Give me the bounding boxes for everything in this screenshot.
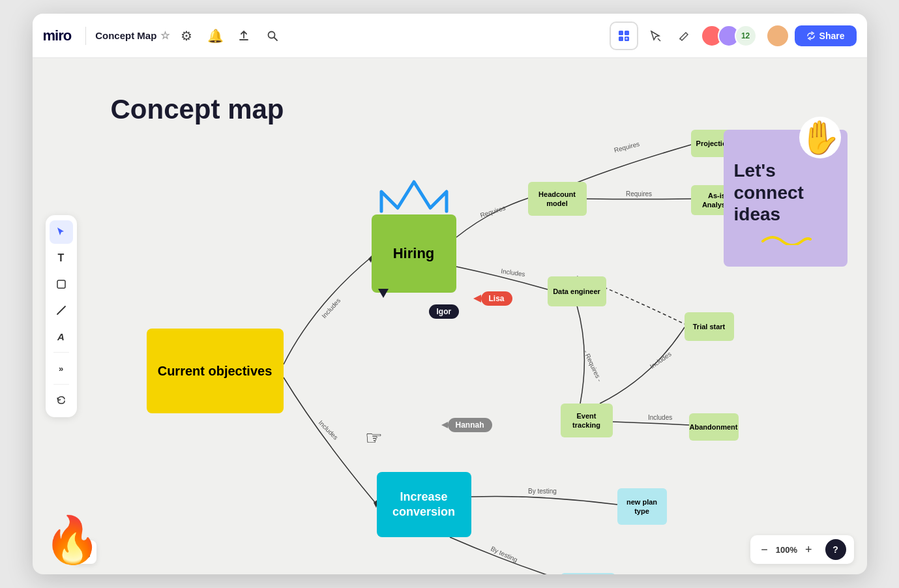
tool-separator <box>53 352 69 353</box>
canvas-area[interactable]: T A » Concept map <box>33 58 867 574</box>
svg-text:- Requires -: - Requires - <box>582 349 603 383</box>
svg-rect-7 <box>57 280 65 288</box>
settings-button[interactable]: ⚙ <box>175 24 198 48</box>
data-engineer-node[interactable]: Data engineer <box>548 276 606 306</box>
svg-text:By testing: By testing <box>528 488 557 495</box>
toolbar-divider <box>85 27 86 45</box>
pen-tool[interactable]: A <box>50 325 73 348</box>
app-window: miro Concept Map ☆ ⚙ 🔔 + <box>33 14 867 574</box>
svg-text:By testing: By testing <box>490 545 518 564</box>
board-title-text: Concept Map <box>95 30 156 41</box>
svg-line-8 <box>57 306 65 314</box>
svg-text:Includes: Includes <box>648 414 672 421</box>
cursor-hannah: Hannah <box>448 418 492 432</box>
svg-text:Requires: Requires <box>479 204 506 219</box>
zoom-level: 100% <box>776 545 797 555</box>
wave-emoji: ✋ <box>799 117 841 158</box>
svg-text:Includes: Includes <box>317 419 339 441</box>
toolbar-right: + 12 Share <box>610 22 857 50</box>
increase-conversion-node[interactable]: Increase conversion <box>377 472 471 537</box>
board-title: Concept Map ☆ <box>95 29 169 42</box>
svg-rect-1 <box>619 31 623 35</box>
share-button[interactable]: Share <box>795 25 857 46</box>
undo-button[interactable] <box>50 389 73 412</box>
star-icon[interactable]: ☆ <box>160 29 169 42</box>
connect-note-text: Let's connect ideas <box>734 160 837 226</box>
left-toolbar: T A » <box>46 215 77 417</box>
abandonment-node[interactable]: Abandonment <box>689 413 739 441</box>
squiggle-decoration <box>759 232 812 245</box>
hand-cursor: ☞ <box>365 426 383 449</box>
current-objectives-node[interactable]: Current objectives <box>147 329 284 413</box>
event-tracking-node[interactable]: Event tracking <box>561 404 613 437</box>
share-label: Share <box>819 31 845 41</box>
zoom-out-button[interactable]: − <box>758 543 771 557</box>
svg-rect-2 <box>625 31 629 35</box>
avatar-count: 12 <box>735 25 757 47</box>
svg-rect-3 <box>619 37 623 41</box>
svg-text:Requires: Requires <box>613 140 640 154</box>
cursor-igor: Igor <box>429 304 460 319</box>
zoom-in-button[interactable]: + <box>803 543 815 557</box>
trial-start-node[interactable]: Trial start <box>685 312 734 341</box>
line-tool[interactable] <box>50 299 73 322</box>
apps-grid-button[interactable]: + <box>610 22 638 50</box>
headcount-model-node[interactable]: Headcount model <box>528 182 587 216</box>
zoom-bar: − 100% + ? <box>750 535 853 564</box>
main-toolbar: miro Concept Map ☆ ⚙ 🔔 + <box>33 14 867 58</box>
search-button[interactable] <box>261 24 284 48</box>
help-button[interactable]: ? <box>825 539 846 560</box>
tool-separator-2 <box>53 384 69 385</box>
cursor-lisa: Lisa <box>481 291 512 306</box>
hiring-node[interactable]: Hiring <box>372 214 456 293</box>
svg-text:Requires: Requires <box>626 190 652 198</box>
thirty-day-trial-node[interactable]: 30-day trial <box>561 573 615 574</box>
current-user-avatar <box>766 24 789 48</box>
cursor-mode-button[interactable] <box>643 24 667 48</box>
upload-button[interactable] <box>232 24 256 48</box>
miro-logo: miro <box>43 27 72 44</box>
pen-mode-button[interactable] <box>672 24 696 48</box>
svg-text:Includes: Includes <box>500 267 525 278</box>
map-title: Concept map <box>111 94 284 125</box>
new-plan-type-node[interactable]: new plan type <box>617 488 667 525</box>
svg-text:Includes: Includes <box>320 297 342 319</box>
collaborator-avatars: 12 <box>701 25 757 47</box>
text-tool[interactable]: T <box>50 246 73 270</box>
sticky-tool[interactable] <box>50 272 73 296</box>
connect-note: ✋ Let's connect ideas <box>724 130 847 267</box>
svg-line-6 <box>658 38 660 41</box>
more-tools[interactable]: » <box>50 357 73 380</box>
fire-sticker: 🔥 <box>43 510 102 569</box>
notifications-button[interactable]: 🔔 <box>203 24 227 48</box>
svg-text:+: + <box>625 37 628 41</box>
svg-text:Includes: Includes <box>648 350 672 370</box>
select-tool[interactable] <box>50 220 73 244</box>
